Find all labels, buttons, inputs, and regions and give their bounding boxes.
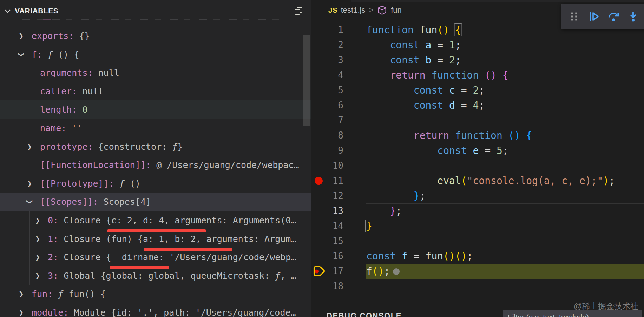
chevron-right-icon[interactable]: ❯ <box>18 303 25 317</box>
code-line[interactable]: f(); <box>366 264 615 279</box>
code-line[interactable]: const b = 2; <box>366 53 615 68</box>
variables-row-text: f: ƒ () { <box>32 45 79 64</box>
tab-debug-console[interactable]: DEBUG CONSOLE <box>327 311 402 317</box>
code-line[interactable]: eval("console.log(a, c, e);"); <box>366 173 615 188</box>
chevron-down-icon[interactable] <box>4 7 12 17</box>
code-token <box>420 39 426 51</box>
variables-row[interactable]: caller: null <box>0 82 311 101</box>
code-line[interactable] <box>366 158 615 173</box>
code-line[interactable]: const e = 5; <box>366 143 615 158</box>
variables-row[interactable]: [[FunctionLocation]]: @ /Users/guang/cod… <box>0 156 311 174</box>
variables-row[interactable]: ❯exports: {} <box>0 27 311 45</box>
duplicate-panels-icon[interactable] <box>293 6 304 18</box>
variables-row-text: prototype: {constructor: ƒ} <box>40 137 183 156</box>
line-number-gutter[interactable]: 123456789101112131415161718 <box>311 22 343 294</box>
code-token <box>366 85 414 96</box>
namespace-cube-icon <box>377 5 387 15</box>
code-token <box>467 145 473 156</box>
variables-row[interactable]: arguments: null <box>0 63 311 82</box>
code-token <box>366 54 390 66</box>
variables-row[interactable]: length: 0 <box>0 100 311 119</box>
variables-text-part: ƒ <box>275 271 280 281</box>
chevron-right-icon[interactable]: ❯ <box>26 174 33 193</box>
variables-text-part: arguments: <box>40 68 93 78</box>
variables-row[interactable]: ❯f: ƒ () { <box>0 45 311 64</box>
code-line[interactable]: const f = fun()(); <box>366 249 615 264</box>
code-line[interactable]: const d = 4; <box>366 98 615 113</box>
code-area[interactable]: function fun() { const a = 1; const b = … <box>366 22 615 294</box>
variables-row[interactable]: ❯module: Module {id: '.', path: '/Users/… <box>0 303 311 317</box>
code-token: 2 <box>473 85 479 96</box>
chevron-right-icon[interactable]: ❯ <box>34 211 41 230</box>
variables-text-part: 3: <box>48 271 58 281</box>
code-token <box>414 24 420 36</box>
chevron-right-icon[interactable]: ❯ <box>34 267 41 285</box>
variables-text-part: } <box>177 142 183 152</box>
variables-row[interactable]: ❯prototype: {constructor: ƒ} <box>0 137 311 156</box>
debug-toolbar[interactable] <box>561 4 644 29</box>
variables-row[interactable]: name: '' <box>0 119 311 137</box>
code-token <box>366 39 390 51</box>
code-token: function <box>455 130 502 141</box>
code-token: 4 <box>473 100 479 111</box>
sidebar-scrollbar-thumb[interactable] <box>303 35 310 126</box>
variables-text-part: Module {id: '.', path: '/Users/guang/cod… <box>68 308 296 317</box>
code-token: () <box>437 24 449 36</box>
chevron-down-icon[interactable]: ❯ <box>20 198 39 205</box>
variables-row[interactable]: ❯fun: ƒ fun() { <box>0 285 311 303</box>
code-token: fun <box>420 24 438 36</box>
variables-panel: ❯exports: {}❯f: ƒ () {arguments: nullcal… <box>0 0 311 317</box>
breadcrumb-file[interactable]: test1.js <box>341 6 366 15</box>
code-line[interactable]: }; <box>366 203 615 218</box>
code-token: () <box>443 250 455 262</box>
code-token: } <box>390 205 396 217</box>
code-token <box>420 54 426 66</box>
variables-row[interactable]: ❯0: Closure {c: 2, d: 4, arguments: Argu… <box>0 211 311 230</box>
code-line[interactable]: const c = 2; <box>366 83 615 98</box>
code-token: f <box>366 265 372 277</box>
chevron-right-icon[interactable]: ❯ <box>34 248 41 267</box>
code-line[interactable]: return function () { <box>366 68 615 83</box>
editor-pane: JS test1.js > fun 1234567891011121314151… <box>311 0 644 317</box>
step-over-button[interactable] <box>608 11 619 22</box>
code-token: const <box>437 145 467 156</box>
variables-row-text: module: Module {id: '.', path: '/Users/g… <box>32 303 296 317</box>
variables-row[interactable]: ❯3: Global {global: global, queueMicrota… <box>0 267 311 285</box>
variables-text-part: module: <box>32 308 68 317</box>
chevron-right-icon[interactable]: ❯ <box>26 137 33 156</box>
code-token: eval <box>437 175 461 187</box>
code-token: ; <box>467 250 473 262</box>
continue-button[interactable] <box>588 11 599 22</box>
chevron-down-icon[interactable]: ❯ <box>12 51 31 58</box>
code-line[interactable] <box>366 279 615 294</box>
chevron-right-icon[interactable]: ❯ <box>34 230 41 248</box>
chevron-right-icon[interactable]: ❯ <box>18 27 25 45</box>
console-filter-input[interactable]: Filter (e.g. text, !exclude) <box>503 310 642 317</box>
variables-row[interactable]: ❯[[Scopes]]: Scopes[4] <box>0 193 311 211</box>
variables-row-text: [[Prototype]]: ƒ () <box>40 174 140 193</box>
code-line[interactable]: } <box>366 218 615 234</box>
variables-text-part: name: <box>40 123 66 133</box>
code-token <box>366 130 414 141</box>
red-underline-annotation <box>110 266 169 269</box>
line-number: 14 <box>311 218 343 234</box>
line-number: 16 <box>311 249 343 264</box>
breadcrumb-separator: > <box>369 6 373 15</box>
code-line[interactable] <box>366 234 615 249</box>
code-line[interactable]: const a = 1; <box>366 38 615 53</box>
code-line[interactable] <box>366 113 615 128</box>
code-line[interactable]: return function () { <box>366 128 615 143</box>
step-into-button[interactable] <box>627 11 639 22</box>
current-statement-breakpoint-icon[interactable] <box>313 265 326 279</box>
code-token: () <box>372 265 384 277</box>
code-token: function <box>431 69 479 81</box>
breadcrumb-symbol[interactable]: fun <box>391 6 402 15</box>
variables-panel-header[interactable]: VARIABLES <box>0 0 311 22</box>
chevron-right-icon[interactable]: ❯ <box>18 285 25 303</box>
variables-row[interactable]: ❯[[Prototype]]: ƒ () <box>0 174 311 193</box>
toolbar-drag-grip-icon[interactable] <box>569 11 580 22</box>
inline-marker-dot-icon <box>393 268 400 275</box>
breakpoint-icon[interactable] <box>315 177 323 185</box>
line-number: 5 <box>311 83 343 98</box>
code-line[interactable]: }; <box>366 188 615 203</box>
